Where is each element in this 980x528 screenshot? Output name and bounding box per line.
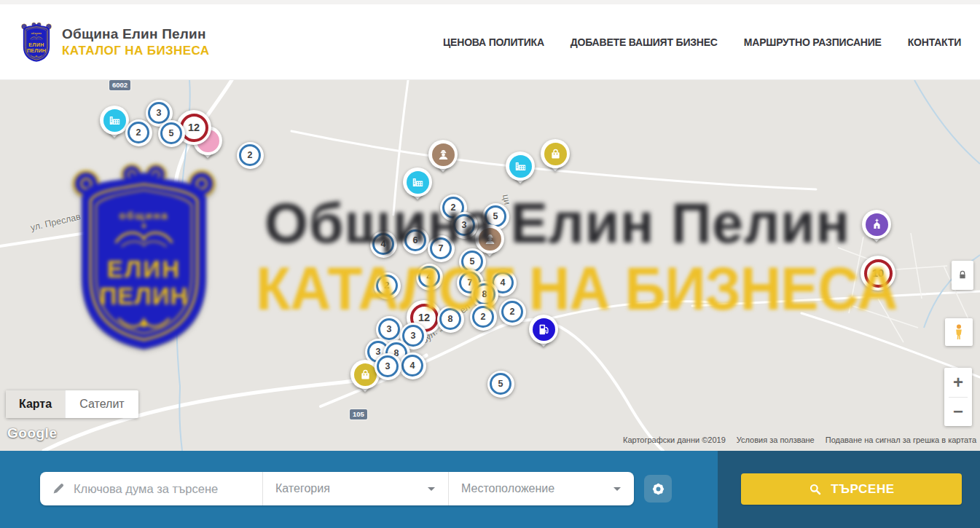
cluster-marker[interactable]: 3 <box>375 353 401 380</box>
search-button-label: ТЪРСЕНЕ <box>831 482 895 497</box>
road-number-badge: 105 <box>350 409 367 419</box>
page: Община Елин Пелин КАТАЛОГ НА БИЗНЕСА ЦЕН… <box>0 0 980 528</box>
cluster-marker[interactable]: 4 <box>399 352 426 379</box>
factory-icon <box>411 176 425 189</box>
cluster-marker[interactable]: 8 <box>437 306 464 333</box>
business-pin-factory[interactable] <box>403 168 432 205</box>
map-type-satellite-button[interactable]: Сателит <box>66 390 138 418</box>
pin-body <box>428 140 458 169</box>
cluster-ring <box>160 122 182 144</box>
cluster-marker[interactable]: 7 <box>428 235 455 262</box>
nav-item-contacts[interactable]: КОНТАКТИ <box>908 36 961 48</box>
road-number-badge: 6002 <box>109 80 130 90</box>
cluster-ring <box>404 229 426 251</box>
advanced-settings-button[interactable] <box>644 475 672 503</box>
cluster-marker[interactable]: 4 <box>370 231 397 258</box>
cluster-ring <box>239 144 261 166</box>
attribution-report-link[interactable]: Подаване на сигнал за грешка в картата <box>826 436 976 444</box>
factory-icon <box>514 159 528 173</box>
cluster-ring <box>418 266 440 288</box>
cluster-ring <box>490 373 511 395</box>
business-pin-church[interactable] <box>862 210 891 248</box>
zoom-in-button[interactable]: + <box>944 368 972 397</box>
cluster-ring <box>439 308 461 330</box>
shopping-bag-icon <box>549 147 562 161</box>
map-attribution: Картографски данни ©2019 Условия за полз… <box>623 436 976 444</box>
cluster-marker[interactable]: 5 <box>158 120 185 147</box>
nav-item-pricing-policy[interactable]: ЦЕНОВА ПОЛИТИКА <box>443 36 544 48</box>
keyword-search-input[interactable] <box>72 481 262 497</box>
attribution-terms-link[interactable]: Условия за ползване <box>737 436 815 444</box>
shopping-bag-icon <box>358 368 372 382</box>
lock-icon <box>957 269 968 281</box>
factory-icon <box>108 114 122 127</box>
cluster-ring <box>377 355 399 377</box>
cluster-marker[interactable]: 2 <box>125 119 152 146</box>
search-fields: Категория Местоположение <box>40 472 634 505</box>
street-label: ци <box>501 194 512 205</box>
pencil-icon <box>52 482 65 495</box>
cluster-marker[interactable]: 6 <box>402 227 429 254</box>
cluster-ring <box>372 233 394 255</box>
cluster-marker[interactable]: 2 <box>374 272 401 299</box>
gear-icon <box>651 481 666 497</box>
brand-subtitle: КАТАЛОГ НА БИЗНЕСА <box>62 44 209 58</box>
cluster-ring <box>472 306 494 328</box>
search-icon <box>808 482 823 497</box>
zoom-out-button[interactable]: − <box>944 398 972 427</box>
worker-icon <box>436 148 450 162</box>
pin-body <box>506 151 535 181</box>
brand-title: Община Елин Пелин <box>62 26 209 42</box>
zoom-control: + − <box>944 368 972 426</box>
business-pin-factory[interactable] <box>100 106 129 143</box>
site-logo[interactable]: Община Елин Пелин КАТАЛОГ НА БИЗНЕСА <box>19 20 209 63</box>
street-view-pegman-button[interactable] <box>945 318 973 346</box>
municipality-crest-icon <box>19 20 54 63</box>
nav-item-add-business[interactable]: ДОБАВЕТЕ ВАШИЯТ БИЗНЕС <box>571 36 718 48</box>
cluster-ring <box>864 259 893 288</box>
search-bar: Категория Местоположение ТЪРСЕНЕ <box>0 451 980 528</box>
header: Община Елин Пелин КАТАЛОГ НА БИЗНЕСА ЦЕН… <box>0 4 980 80</box>
cluster-marker[interactable]: 2 <box>237 142 264 169</box>
location-dropdown[interactable]: Местоположение <box>448 472 634 505</box>
cluster-ring <box>501 301 523 323</box>
cluster-ring <box>474 283 495 305</box>
category-dropdown[interactable]: Категория <box>262 472 448 505</box>
google-logo[interactable]: Google <box>7 425 57 441</box>
cluster-marker[interactable]: 3 <box>451 212 478 239</box>
fuel-pump-icon <box>537 323 551 336</box>
search-button[interactable]: ТЪРСЕНЕ <box>741 473 962 505</box>
cluster-ring <box>376 275 398 296</box>
business-pin-bag[interactable] <box>541 139 570 177</box>
business-pin-fuel[interactable] <box>529 315 558 352</box>
cluster-ring <box>430 237 452 259</box>
cluster-ring <box>378 318 400 340</box>
nav-item-route-schedule[interactable]: МАРШРУТНО РАЗПИСАНИЕ <box>744 36 882 48</box>
cluster-ring <box>128 122 149 143</box>
chevron-down-icon <box>614 487 621 491</box>
pin-body <box>475 224 504 253</box>
business-pin-worker[interactable] <box>428 140 458 178</box>
cluster-marker[interactable]: 2 <box>499 299 526 326</box>
cluster-marker[interactable]: 10 <box>861 256 895 291</box>
cluster-marker[interactable]: 4 <box>416 264 443 291</box>
brand-text: Община Елин Пелин КАТАЛОГ НА БИЗНЕСА <box>62 26 209 58</box>
pegman-icon <box>950 323 968 341</box>
pin-body <box>100 106 129 135</box>
scroll-lock-button[interactable] <box>952 261 973 290</box>
main-nav: ЦЕНОВА ПОЛИТИКА ДОБАВЕТЕ ВАШИЯТ БИЗНЕС М… <box>443 36 961 48</box>
pin-body <box>862 210 891 239</box>
cluster-marker[interactable]: 2 <box>470 304 497 331</box>
church-icon <box>870 218 884 232</box>
keyword-field-wrap <box>40 472 262 505</box>
chevron-down-icon <box>428 487 435 491</box>
pin-body <box>529 315 558 344</box>
business-pin-factory[interactable] <box>506 151 535 189</box>
cluster-marker[interactable]: 5 <box>487 371 514 398</box>
map-canvas[interactable]: 6002105ул. Преславбул. „Новоселци 325122… <box>0 80 980 451</box>
pin-body <box>403 168 432 197</box>
category-dropdown-label: Категория <box>275 482 330 495</box>
pin-body <box>541 139 570 168</box>
map-type-map-button[interactable]: Карта <box>6 390 66 418</box>
attribution-copyright: Картографски данни ©2019 <box>623 436 726 444</box>
